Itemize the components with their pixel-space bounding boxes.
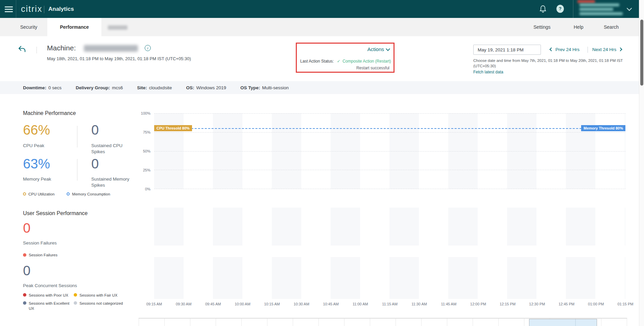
prev-24hrs-button[interactable]: Prev 24 Hrs [550,47,579,52]
prev-next-divider [588,47,588,53]
legend-dot-icon [23,293,26,297]
status-label: Last Action Status: [300,59,334,64]
x-axis-tick: 12:45 PM [557,302,576,306]
nav-link-help[interactable]: Help [574,18,583,36]
session-ux-legend: Sessions with Poor UXSessions with Fair … [23,293,135,311]
actions-highlight-box: Actions Last Action Status: ✓ Composite … [296,43,395,73]
nav-link-search[interactable]: Search [604,18,619,36]
legend-dot-icon [74,301,77,305]
legend-item[interactable]: CPU Utilization [23,192,54,196]
concurrent-sessions-chart-band [154,257,625,299]
chart-gridlines [154,113,625,189]
fetch-latest-data-link[interactable]: Fetch latest data [473,70,503,74]
peak-concurrent-sessions-label: Peak Concurrent Sessions [23,283,77,289]
x-axis-tick: 10:00 AM [233,302,252,306]
sustained-memory-spikes-label: Sustained Memory Spikes [91,176,139,188]
peak-concurrent-sessions-value: 0 [23,263,30,278]
x-axis-tick: 10:15 AM [263,302,282,306]
time-range-subtitle: May 18th, 2021, 01:18 PM to May 19th, 20… [47,56,191,61]
legend-ring-icon [67,192,70,195]
chart-y-axis: 100%75%50%25%0% [134,111,150,192]
cpu-peak-value: 66% [23,122,50,138]
stat-divider [77,126,77,147]
x-axis-tick: 09:15 AM [145,302,164,306]
legend-item[interactable]: Sessions with Poor UX [23,293,74,298]
session-performance-title: User Session Performance [23,210,88,216]
legend-dot-icon [23,301,26,305]
sustained-cpu-spikes-value: 0 [91,122,99,138]
x-axis-tick: 09:45 AM [204,302,222,306]
hamburger-menu-icon[interactable] [5,5,14,13]
session-failures-label: Session Failures [23,240,57,246]
info-field: Downtime:0 secs [23,85,62,90]
chevron-right-icon [619,47,622,51]
legend-item[interactable]: Sessions not categorized [74,301,133,311]
sustained-cpu-spikes-label: Sustained CPU Spikes [91,143,136,155]
citrix-logo: citrix [21,4,42,14]
app-title: Analytics [48,6,74,13]
timeline-table [139,318,627,326]
y-axis-tick: 50% [134,148,150,154]
next-24hrs-button[interactable]: Next 24 Hrs [592,47,622,52]
legend-ring-icon [23,192,26,195]
info-field: OS:Windows 2019 [186,85,226,90]
legend-item[interactable]: Memory Consumption [67,192,110,196]
user-redacted-line [579,3,619,6]
chart-x-axis: 09:15 AM09:30 AM09:45 AM10:00 AM10:15 AM… [145,302,635,306]
timeline-selected-range[interactable] [529,319,597,326]
info-field: Site:cloudxdsite [137,85,172,90]
page-scrollbar [639,0,644,326]
chevron-left-icon [549,47,553,51]
notifications-bell-icon[interactable] [539,5,547,14]
x-axis-tick: 12:15 PM [498,302,517,306]
legend-item[interactable]: Session Failures [23,253,57,257]
threshold-80-line [154,128,625,129]
primary-nav-bar: Security Performance Settings Help Searc… [0,18,644,36]
memory-threshold-badge: Memory Thresold 80% [581,125,625,131]
user-redacted-badge [577,0,595,3]
user-account-menu[interactable] [573,0,639,18]
legend-item[interactable]: Sessions with Fair UX [74,293,133,298]
brand-divider [44,6,44,13]
help-icon[interactable]: ? [556,5,564,13]
back-arrow-icon[interactable] [18,45,26,53]
x-axis-tick: 11:45 AM [439,302,458,306]
nav-link-settings[interactable]: Settings [533,18,551,36]
datetime-input[interactable] [473,45,541,55]
actions-dropdown[interactable]: Actions [367,46,389,52]
legend-dot-icon [23,253,26,257]
y-axis-tick: 75% [134,130,150,135]
tab-performance[interactable]: Performance [47,18,101,36]
session-failures-value: 0 [23,220,30,236]
date-range-hint: Choose date and time from May 7th, 2021,… [473,58,636,69]
x-axis-tick: 10:45 AM [321,302,340,306]
machine-performance-legend: CPU UtilizationMemory Consumption [23,192,110,196]
machine-name-redacted [84,45,138,52]
legend-item[interactable]: Sessions with Excellent UX [23,301,74,311]
user-redacted-line [579,8,613,11]
info-icon[interactable]: i [145,45,151,51]
status-value: Composite Action (Restart) [342,59,391,64]
header-divider [37,47,37,53]
redacted-tab-label [108,25,127,30]
page-title: Machine: [47,44,76,52]
x-axis-tick: 01:00 PM [587,302,605,306]
session-failures-legend: Session Failures [23,253,57,257]
memory-peak-label: Memory Peak [23,176,51,182]
status-detail: Restart successful [356,66,389,70]
x-axis-tick: 10:30 AM [292,302,311,306]
scrollbar-thumb[interactable] [640,20,643,86]
check-icon: ✓ [337,59,340,64]
session-failures-chart-band [154,208,625,246]
x-axis-tick: 11:00 AM [351,302,370,306]
tab-redacted[interactable] [101,18,134,36]
y-axis-tick: 25% [134,167,150,173]
machine-performance-title: Machine Performance [23,110,76,116]
tab-security[interactable]: Security [10,18,47,36]
x-axis-tick: 11:30 AM [410,302,429,306]
y-axis-tick: 0% [134,186,150,192]
chevron-down-icon [386,47,390,51]
legend-dot-icon [74,293,77,297]
sustained-memory-spikes-value: 0 [91,156,99,171]
x-axis-tick: 09:30 AM [174,302,193,306]
